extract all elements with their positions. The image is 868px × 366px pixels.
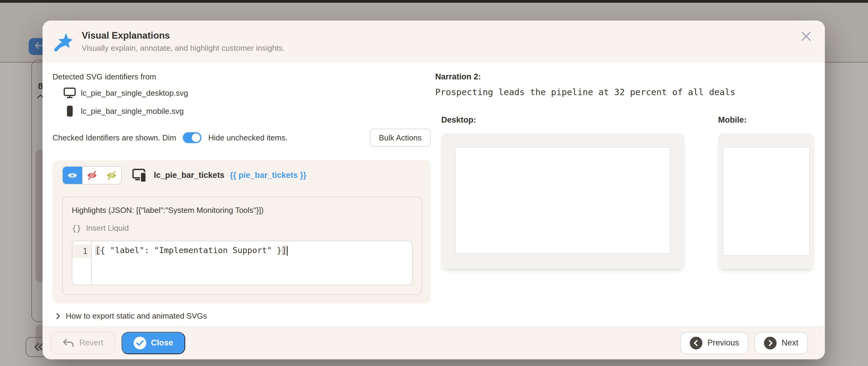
eye-off-olive-icon xyxy=(106,170,117,180)
mobile-preview-panel xyxy=(718,133,814,269)
desktop-preview-group: Desktop: xyxy=(441,115,684,269)
narration-text: Prospecting leads the pipeline at 32 per… xyxy=(435,87,814,97)
previous-button[interactable]: Previous xyxy=(680,332,749,354)
modal-body: Detected SVG identifiers from lc_pie_bar… xyxy=(42,62,825,326)
phone-icon xyxy=(63,105,76,117)
export-help-disclosure[interactable]: How to export static and animated SVGs xyxy=(53,311,431,321)
previews-row: Desktop: Mobile: xyxy=(435,115,814,269)
highlights-label: Highlights (JSON: [{"label":"System Moni… xyxy=(72,206,412,215)
insert-liquid-button[interactable]: {} Insert Liquid xyxy=(72,223,412,233)
devices-icon xyxy=(132,168,148,183)
toggle-label-before: Checked Identifiers are shown. Dim xyxy=(53,133,176,143)
close-bracket: ] xyxy=(282,246,286,255)
next-button[interactable]: Next xyxy=(754,332,808,354)
toggle-label-after: Hide unchecked items. xyxy=(208,133,287,143)
monitor-icon xyxy=(63,87,76,99)
json-code-editor[interactable]: 1 [{ "label": "Implementation Support" }… xyxy=(72,241,412,285)
identifier-name: lc_pie_bar_tickets xyxy=(154,171,224,180)
dim-eye-button[interactable] xyxy=(102,167,121,184)
dim-toggle[interactable] xyxy=(183,132,202,143)
line-number: 1 xyxy=(72,244,91,258)
svg-file-name: lc_pie_bar_single_mobile.svg xyxy=(81,107,184,116)
code-text: { "label": "Implementation Support" } xyxy=(100,246,281,255)
arrow-right-circle-icon xyxy=(764,337,777,349)
identifiers-column: Detected SVG identifiers from lc_pie_bar… xyxy=(53,71,431,326)
preview-column: Narration 2: Prospecting leads the pipel… xyxy=(435,71,814,326)
open-bracket: [ xyxy=(95,246,100,255)
app-root: cast Home Projects Master Project Workfl… xyxy=(0,0,868,366)
visibility-segmented-control xyxy=(62,166,122,185)
narration-label: Narration 2: xyxy=(435,72,814,82)
eye-icon xyxy=(67,170,78,180)
identifier-liquid-tag[interactable]: {{ pie_bar_tickets }} xyxy=(230,171,306,180)
arrow-left-circle-icon xyxy=(690,337,703,349)
highlights-box: Highlights (JSON: [{"label":"System Moni… xyxy=(62,197,422,295)
mobile-preview-group: Mobile: xyxy=(718,115,814,269)
svg-file-desktop: lc_pie_bar_single_desktop.svg xyxy=(63,86,431,100)
revert-button[interactable]: Revert xyxy=(51,332,115,354)
desktop-preview-canvas xyxy=(455,147,671,254)
eye-off-red-icon xyxy=(87,170,97,180)
detected-heading: Detected SVG identifiers from xyxy=(53,72,431,82)
identifier-card-header: lc_pie_bar_tickets {{ pie_bar_tickets }} xyxy=(62,166,422,185)
show-eye-button[interactable] xyxy=(63,167,82,184)
braces-icon: {} xyxy=(72,224,81,233)
magic-wand-icon xyxy=(53,31,74,52)
mobile-preview-label: Mobile: xyxy=(718,115,814,125)
close-icon[interactable] xyxy=(800,30,813,43)
svg-file-mobile: lc_pie_bar_single_mobile.svg xyxy=(63,105,431,118)
identifier-card: lc_pie_bar_tickets {{ pie_bar_tickets }}… xyxy=(53,160,431,304)
hide-eye-button[interactable] xyxy=(82,167,102,184)
svg-file-name: lc_pie_bar_single_desktop.svg xyxy=(81,88,188,98)
modal-title-block: Visual Explanations Visually explain, an… xyxy=(82,30,285,53)
modal-title: Visual Explanations xyxy=(82,30,285,41)
toggle-knob xyxy=(192,134,200,142)
modal-subtitle: Visually explain, annotate, and highligh… xyxy=(82,44,285,53)
desktop-preview-panel xyxy=(441,133,684,269)
editor-code-line[interactable]: [{ "label": "Implementation Support" }] xyxy=(92,241,412,285)
undo-icon xyxy=(62,339,74,347)
close-button[interactable]: Close xyxy=(122,332,185,354)
export-help-label: How to export static and animated SVGs xyxy=(66,311,207,321)
modal-header: Visual Explanations Visually explain, an… xyxy=(42,21,825,62)
visual-explanations-modal: Visual Explanations Visually explain, an… xyxy=(42,21,825,359)
modal-footer: Revert Close Previous Next xyxy=(42,326,825,359)
dim-toggle-row: Checked Identifiers are shown. Dim Hide … xyxy=(53,129,431,147)
text-cursor xyxy=(287,246,288,256)
bulk-actions-button[interactable]: Bulk Actions xyxy=(370,129,431,147)
desktop-preview-label: Desktop: xyxy=(441,115,684,125)
chevron-right-icon xyxy=(54,313,60,319)
mobile-preview-canvas xyxy=(723,147,810,256)
check-circle-icon xyxy=(134,337,146,349)
editor-gutter: 1 xyxy=(72,241,92,285)
